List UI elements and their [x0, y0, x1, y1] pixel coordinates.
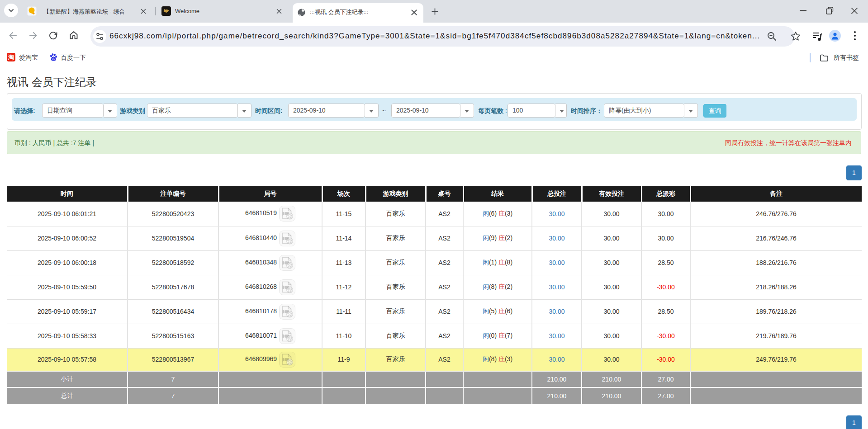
svg-text:du: du	[52, 57, 56, 60]
